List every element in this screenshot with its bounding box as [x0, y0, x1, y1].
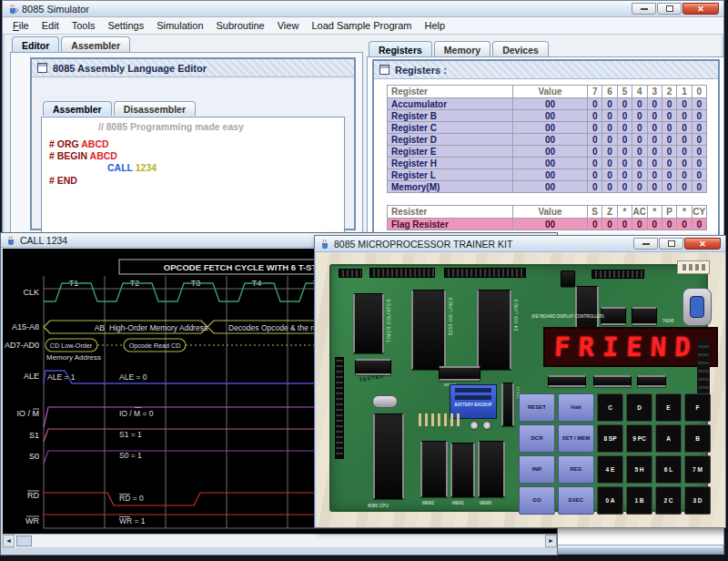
menu-subroutine[interactable]: Subroutine [210, 18, 271, 33]
table-cell: 0 [692, 219, 706, 230]
keypad-key[interactable]: F [684, 393, 711, 422]
keypad-key[interactable]: A [655, 424, 682, 453]
code-editor[interactable]: // 8085 Programming made easy # ORG ABCD… [41, 117, 345, 241]
table-cell: 0 [647, 158, 662, 169]
keypad-key[interactable]: C [597, 393, 623, 422]
table-row: Register C0000000000 [388, 122, 707, 134]
table-cell: 0 [588, 181, 602, 193]
app-icon [7, 4, 18, 15]
main-titlebar[interactable]: 8085 Simulator ✕ [3, 1, 723, 17]
menu-edit[interactable]: Edit [35, 18, 66, 33]
table-cell: 0 [692, 146, 706, 158]
menu-tools[interactable]: Tools [66, 18, 102, 33]
keypad-key[interactable]: EXEC [558, 486, 594, 515]
keypad-key[interactable]: 2 C [655, 486, 682, 515]
table-cell: 0 [692, 122, 706, 134]
tab-registers[interactable]: Registers [369, 41, 432, 56]
keypad-key[interactable]: SET / MEM [558, 424, 594, 453]
keypad-key[interactable]: E [655, 393, 682, 422]
table-cell: 0 [602, 181, 617, 193]
horizontal-scrollbar[interactable]: ◄ ► [3, 534, 557, 547]
column-header: Z [602, 206, 617, 219]
column-header: 4 [632, 86, 647, 98]
maximize-button[interactable] [657, 3, 682, 15]
close-button[interactable]: ✕ [684, 238, 721, 250]
keypad-key[interactable]: 6 L [655, 455, 682, 484]
tab-memory[interactable]: Memory [434, 41, 490, 56]
keypad-key[interactable]: 4 E [597, 455, 623, 484]
keypad-key[interactable]: B [684, 424, 711, 453]
close-button[interactable]: ✕ [682, 3, 719, 15]
high-order-text: High-Order Memory Address [109, 323, 207, 332]
keypad-key[interactable]: RESET [519, 393, 555, 422]
keypad-key[interactable]: REG [558, 455, 594, 484]
menu-view[interactable]: View [271, 18, 306, 33]
registers-frame-title[interactable]: Registers : [374, 61, 718, 79]
table-row: Flag Resister0000000000 [388, 219, 707, 230]
keypad-key[interactable]: DCR [519, 424, 555, 453]
column-header: 0 [692, 86, 706, 98]
minimize-button[interactable] [632, 3, 656, 15]
table-cell: 0 [632, 169, 647, 181]
table-cell: 0 [617, 98, 632, 110]
column-header: CY [692, 206, 706, 219]
table-cell: 00 [513, 158, 588, 169]
minimize-button[interactable] [633, 238, 658, 250]
scroll-right-arrow[interactable]: ► [545, 535, 557, 547]
keypad-key[interactable]: 5 H [626, 455, 652, 484]
menu-settings[interactable]: Settings [101, 18, 150, 33]
table-cell: 0 [647, 219, 662, 230]
keypad-key[interactable]: INR [519, 455, 555, 484]
table-cell: 00 [513, 181, 588, 193]
rd0-text: RD = 0 [119, 494, 144, 503]
tab-assembler[interactable]: Assembler [61, 36, 130, 52]
table-row: Register L0000000000 [388, 169, 707, 181]
keypad-key[interactable]: GO [519, 486, 555, 515]
main-window-title: 8085 Simulator [22, 4, 89, 15]
header-row: ResisterValueSZ*AC*P*CY [388, 206, 707, 219]
table-cell: 00 [513, 219, 588, 230]
internal-frame-icon[interactable] [379, 65, 389, 75]
ic-chip [561, 270, 575, 287]
table-cell: 0 [692, 98, 706, 110]
ic-chip [637, 375, 666, 387]
code-line-begin: # BEGIN ABCD [49, 150, 117, 161]
menu-file[interactable]: File [6, 18, 35, 33]
keypad-key[interactable]: 8 SP [597, 424, 623, 453]
mem0-label: MEM0 [480, 501, 491, 505]
tab-devices[interactable]: Devices [492, 41, 549, 56]
keypad-key[interactable]: 7 M [684, 455, 711, 484]
keypad-key[interactable]: Halt [558, 393, 594, 422]
kit-window-title: 8085 MICROPROCESSOR TRAINER KIT [334, 239, 512, 250]
table-cell: 0 [692, 181, 706, 193]
assembly-editor-frame-title[interactable]: 8085 Assembly Language Editor [32, 59, 354, 77]
label-ad7-ad0: AD7-AD0 [5, 341, 39, 350]
column-header: 5 [617, 86, 632, 98]
table-cell: 0 [588, 158, 602, 169]
keypad-key[interactable]: D [626, 393, 652, 422]
menu-simulation[interactable]: Simulation [150, 18, 209, 33]
ic-chip [501, 382, 514, 426]
table-cell: 0 [617, 134, 632, 146]
table-cell: 0 [647, 181, 662, 193]
table-row: Register D0000000000 [388, 134, 707, 146]
signal-labels: CLK A15-A8 AD7-AD0 ALE IO / M S1 S0 RD W… [5, 288, 40, 525]
keypad-key[interactable]: 0 A [597, 486, 623, 515]
internal-frame-icon[interactable] [37, 63, 47, 73]
label-io-m: IO / M [17, 409, 40, 418]
scroll-left-arrow[interactable]: ◄ [3, 535, 15, 547]
resistor-row [419, 413, 462, 426]
keypad-key[interactable]: 1 B [626, 486, 652, 515]
menu-load-sample-program[interactable]: Load Sample Program [305, 18, 418, 33]
registers-title-text: Registers : [395, 65, 447, 76]
keypad-key[interactable]: 3 D [684, 486, 711, 515]
kit-titlebar[interactable]: 8085 MICROPROCESSOR TRAINER KIT ✕ [315, 236, 725, 252]
tab-assembler-inner[interactable]: Assembler [43, 101, 112, 116]
table-cell: 0 [588, 219, 602, 230]
menu-help[interactable]: Help [418, 18, 451, 33]
keypad-key[interactable]: 9 PC [626, 424, 652, 453]
tab-disassembler[interactable]: Disassembler [114, 101, 196, 116]
tab-editor[interactable]: Editor [12, 36, 59, 52]
maximize-button[interactable] [659, 238, 683, 250]
scrollbar-thumb[interactable] [16, 536, 32, 546]
